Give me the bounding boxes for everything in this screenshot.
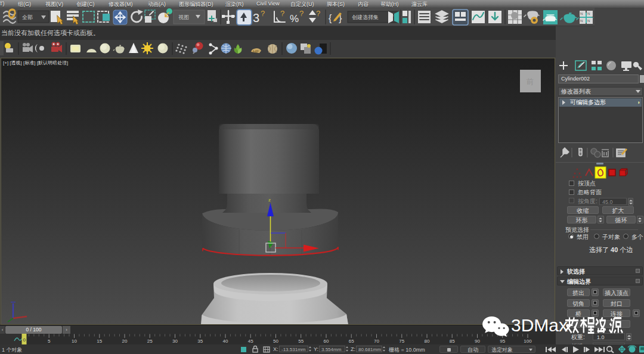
- svg-text:N: N: [580, 12, 583, 15]
- svg-text:?: ?: [280, 9, 284, 18]
- svg-text:0: 0: [23, 337, 26, 343]
- svg-text:?: ?: [261, 9, 265, 18]
- svg-text:55: 55: [298, 339, 304, 344]
- svg-text:20: 20: [122, 339, 128, 344]
- svg-text:100: 100: [524, 339, 532, 344]
- svg-text:全部: 全部: [22, 14, 33, 20]
- svg-text:40: 40: [223, 339, 228, 344]
- svg-text:创建选择集: 创建选择集: [352, 14, 379, 20]
- svg-text:35: 35: [197, 339, 203, 344]
- svg-text:90: 90: [475, 339, 480, 344]
- svg-text:{: {: [329, 13, 332, 23]
- svg-text:15: 15: [97, 339, 102, 344]
- svg-text:3: 3: [253, 11, 259, 24]
- svg-text:80: 80: [425, 339, 430, 344]
- svg-text:%: %: [290, 13, 299, 24]
- svg-text:视图: 视图: [178, 14, 189, 20]
- svg-text:70: 70: [374, 339, 379, 344]
- svg-text:3DMax: 3DMax: [511, 315, 568, 335]
- svg-text:25: 25: [147, 339, 153, 344]
- svg-text:65: 65: [349, 339, 354, 344]
- svg-text:60: 60: [324, 339, 329, 344]
- svg-text:30: 30: [172, 339, 178, 344]
- svg-text:50: 50: [273, 339, 278, 344]
- svg-text:10: 10: [72, 339, 77, 344]
- svg-text:N: N: [587, 12, 590, 15]
- svg-text:?: ?: [299, 9, 304, 18]
- svg-text:N: N: [580, 19, 583, 23]
- svg-text:95: 95: [500, 339, 505, 344]
- svg-text:85: 85: [450, 339, 455, 344]
- svg-text:N: N: [587, 19, 590, 23]
- svg-text:HF: HF: [253, 49, 259, 54]
- svg-text:45: 45: [248, 339, 253, 344]
- svg-text:5: 5: [48, 339, 51, 344]
- svg-text:z: z: [268, 197, 271, 203]
- svg-text:?: ?: [316, 9, 320, 18]
- svg-text:75: 75: [399, 339, 404, 344]
